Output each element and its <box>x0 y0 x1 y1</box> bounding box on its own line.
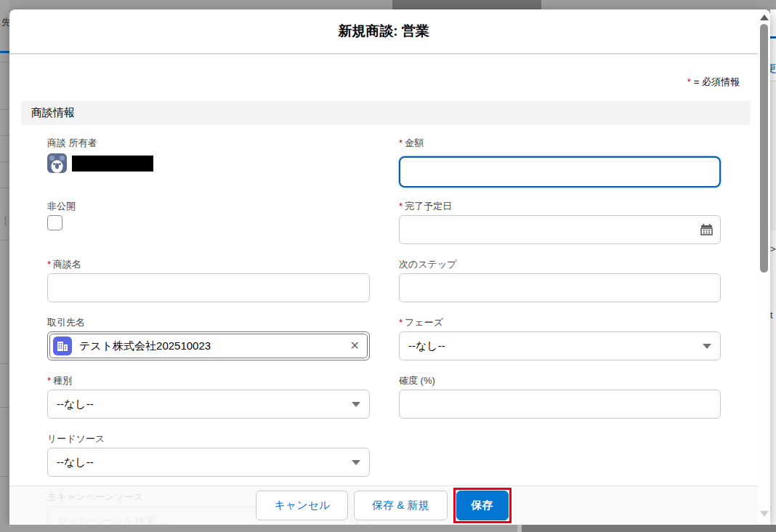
required-asterisk: * <box>399 137 403 149</box>
background-row-line <box>0 62 9 63</box>
background-row-line <box>0 363 9 364</box>
background-chevron-fragment: > <box>770 243 776 254</box>
required-fields-note: *= 必須情報 <box>687 76 740 89</box>
field-probability: 確度 (%) <box>399 374 721 432</box>
background-page-left-edge: 先 [ <box>0 0 9 532</box>
modal-footer: キャンセル 保存 & 新規 保存 <box>9 485 758 525</box>
field-account-name: 取引先名 <box>47 316 370 374</box>
form-column-left: 商談 所有者 非公開 <box>47 137 370 525</box>
background-tab-fragment: 先 <box>1 16 9 29</box>
modal-title: 新規商談: 営業 <box>338 22 429 41</box>
field-private: 非公開 <box>47 200 370 258</box>
section-opportunity-information: 商談情報 <box>21 101 751 125</box>
form-column-right: * 金額 * 完了予定日 <box>399 137 721 432</box>
required-asterisk: * <box>47 374 51 387</box>
backdrop-top-dark-strip <box>392 0 541 9</box>
field-opportunity-name: * 商談名 <box>47 258 370 316</box>
opportunity-name-label: * 商談名 <box>47 258 370 270</box>
private-checkbox[interactable] <box>47 215 62 230</box>
field-next-step: 次のステップ <box>399 258 721 316</box>
new-opportunity-modal: 新規商談: 営業 *= 必須情報 商談情報 商談 所有者 <box>9 9 770 525</box>
section-title: 商談情報 <box>31 106 75 120</box>
background-row-line <box>0 109 9 110</box>
background-panel-fragment <box>770 81 776 230</box>
stage-selected-value: --なし-- <box>408 339 445 353</box>
save-button[interactable]: 保存 <box>456 491 509 520</box>
next-step-input[interactable] <box>399 273 721 302</box>
type-selected-value: --なし-- <box>57 398 94 411</box>
account-selected-value: テスト株式会社202510023 <box>79 339 343 353</box>
required-asterisk: * <box>399 316 403 329</box>
private-label: 非公開 <box>47 200 370 212</box>
lead-source-select[interactable]: --なし-- <box>47 448 370 477</box>
background-row-line <box>0 476 9 477</box>
close-date-input[interactable] <box>399 215 721 244</box>
calendar-icon[interactable] <box>700 223 713 238</box>
field-close-date: * 完了予定日 <box>399 200 721 258</box>
required-asterisk: * <box>687 76 691 87</box>
cancel-button[interactable]: キャンセル <box>256 491 348 520</box>
scrollbar-down-arrow-icon[interactable] <box>760 511 769 517</box>
background-row-line <box>0 161 9 162</box>
chevron-down-icon <box>352 402 360 407</box>
owner-name-redacted <box>72 156 153 172</box>
background-blue-border-fragment <box>770 36 776 39</box>
stage-select[interactable]: --なし-- <box>399 331 721 360</box>
background-tab-active-underline <box>0 51 9 53</box>
owner-label: 商談 所有者 <box>47 137 370 149</box>
next-step-label: 次のステップ <box>399 258 721 270</box>
close-date-label: * 完了予定日 <box>399 200 721 212</box>
background-row-line <box>0 407 9 408</box>
opportunity-name-input[interactable] <box>47 273 370 302</box>
account-name-label: 取引先名 <box>47 316 370 329</box>
background-text-fragment: t <box>770 310 773 321</box>
chevron-down-icon <box>352 460 360 465</box>
probability-input[interactable] <box>399 390 721 419</box>
backdrop-bottom-dark-strip <box>522 525 776 532</box>
remove-selection-icon[interactable]: ✕ <box>350 340 360 352</box>
amount-input[interactable] <box>399 156 721 188</box>
amount-label: * 金額 <box>399 137 721 149</box>
account-icon <box>53 336 72 355</box>
background-link-fragment: 更 <box>770 63 776 76</box>
background-bracket-fragment: [ <box>4 215 7 225</box>
modal-scrollbar[interactable] <box>758 9 770 525</box>
user-avatar-icon <box>47 153 67 173</box>
type-label: * 種別 <box>47 374 370 387</box>
field-opportunity-owner: 商談 所有者 <box>47 137 370 200</box>
field-amount: * 金額 <box>399 137 721 200</box>
account-selected-pill: テスト株式会社202510023 ✕ <box>49 334 368 358</box>
scrollbar-thumb[interactable] <box>760 24 768 273</box>
save-and-new-button[interactable]: 保存 & 新規 <box>354 491 447 520</box>
lead-source-selected-value: --なし-- <box>57 456 94 469</box>
field-type: * 種別 --なし-- <box>47 374 370 432</box>
backdrop-bottom-strip <box>0 525 776 532</box>
required-asterisk: * <box>47 258 51 270</box>
chevron-down-icon <box>703 344 711 349</box>
field-stage: * フェーズ --なし-- <box>399 316 721 374</box>
modal-header: 新規商談: 営業 <box>9 9 758 55</box>
stage-label: * フェーズ <box>399 316 721 329</box>
background-row-line <box>0 188 9 188</box>
lead-source-label: リードソース <box>47 432 370 445</box>
account-lookup[interactable]: テスト株式会社202510023 ✕ <box>47 331 370 360</box>
background-page-right-edge: 更 > t <box>770 9 776 525</box>
annotation-highlight-box: 保存 <box>453 488 512 523</box>
field-lead-source: リードソース --なし-- <box>47 432 370 491</box>
type-select[interactable]: --なし-- <box>47 390 370 419</box>
background-row-line <box>0 135 9 136</box>
required-asterisk: * <box>399 200 403 212</box>
scrollbar-up-arrow-icon[interactable] <box>760 15 769 20</box>
probability-label: 確度 (%) <box>399 374 721 387</box>
background-row-line <box>0 240 9 241</box>
